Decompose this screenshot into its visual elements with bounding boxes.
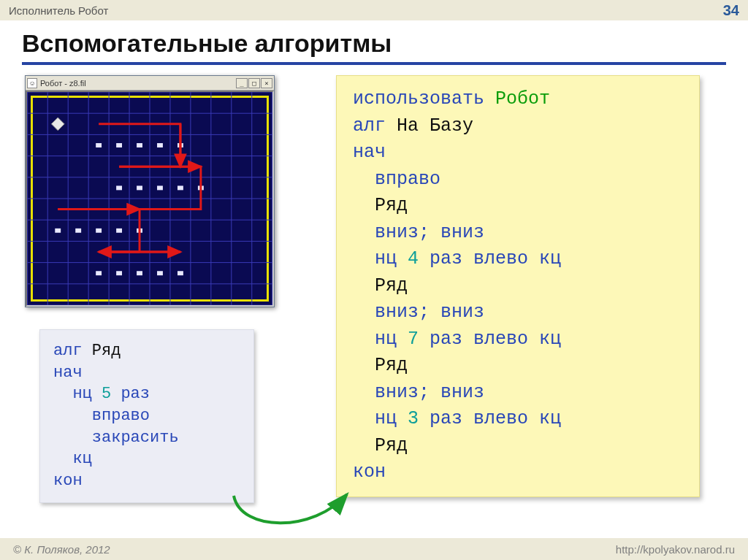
- minimize-button[interactable]: _: [236, 78, 248, 88]
- page-title: Вспомогательные алгоритмы: [0, 20, 748, 62]
- code-line: нач: [353, 139, 683, 166]
- painted-cell: [137, 185, 142, 190]
- code-line: вниз; вниз: [353, 220, 683, 247]
- sub-algorithm-code: алг Ряднач нц 5 раз вправо закрасить кцк…: [39, 329, 254, 503]
- maximize-button[interactable]: □: [248, 78, 260, 88]
- content-area: ☺ Робот - z8.fil _ □ × алг Ряднач нц 5 р…: [0, 65, 748, 547]
- painted-cell: [116, 143, 122, 147]
- code-line: алг На Базу: [353, 113, 683, 140]
- robot-window-title: Робот - z8.fil: [40, 79, 86, 88]
- code-line: вниз; вниз: [353, 299, 683, 326]
- robot-svg: [27, 92, 272, 305]
- painted-cell: [178, 271, 183, 275]
- connector-arrow: [226, 452, 365, 540]
- code-line: вправо: [53, 405, 240, 427]
- code-line: использовать Робот: [353, 86, 683, 113]
- painted-cell: [116, 229, 122, 233]
- code-line: вправо: [353, 166, 683, 193]
- main-algorithm-code: использовать Роботалг На Базунач вправо …: [336, 75, 700, 497]
- page-number: 34: [723, 2, 739, 19]
- painted-cell: [75, 229, 81, 233]
- painted-cell: [116, 185, 122, 190]
- painted-cell: [116, 271, 122, 275]
- painted-cell: [96, 229, 102, 233]
- robot-canvas: [26, 91, 274, 307]
- robot-titlebar: ☺ Робот - z8.fil _ □ ×: [26, 76, 274, 91]
- robot-marker: [51, 118, 64, 131]
- code-line: алг Ряд: [53, 340, 240, 362]
- code-line: кц: [53, 448, 240, 470]
- painted-cell: [157, 271, 163, 275]
- code-line: нач: [53, 362, 240, 384]
- painted-cell: [178, 185, 183, 190]
- footer: © К. Поляков, 2012 http://kpolyakov.naro…: [0, 538, 748, 560]
- code-line: нц 7 раз влево кц: [353, 326, 683, 353]
- copyright: © К. Поляков, 2012: [13, 543, 110, 556]
- code-line: кон: [353, 459, 683, 486]
- code-line: нц 5 раз: [53, 383, 240, 405]
- code-line: закрасить: [53, 427, 240, 449]
- code-line: нц 4 раз влево кц: [353, 246, 683, 273]
- code-line: Ряд: [353, 273, 683, 300]
- breadcrumb: Исполнитель Робот: [9, 4, 108, 17]
- robot-window: ☺ Робот - z8.fil _ □ ×: [25, 75, 275, 307]
- robot-app-icon: ☺: [27, 78, 37, 88]
- header-bar: Исполнитель Робот 34: [0, 0, 748, 20]
- painted-cell: [55, 229, 61, 233]
- code-line: Ряд: [353, 433, 683, 460]
- footer-url: http://kpolyakov.narod.ru: [616, 543, 735, 556]
- painted-cell: [96, 143, 102, 147]
- code-line: нц 3 раз влево кц: [353, 406, 683, 433]
- painted-cell: [137, 271, 142, 275]
- painted-cell: [137, 143, 142, 147]
- painted-cell: [96, 271, 102, 275]
- close-button[interactable]: ×: [261, 78, 272, 88]
- code-line: Ряд: [353, 193, 683, 220]
- code-line: кон: [53, 470, 240, 492]
- painted-cell: [157, 143, 163, 147]
- code-line: Ряд: [353, 353, 683, 380]
- code-line: вниз; вниз: [353, 380, 683, 407]
- painted-cell: [157, 185, 163, 190]
